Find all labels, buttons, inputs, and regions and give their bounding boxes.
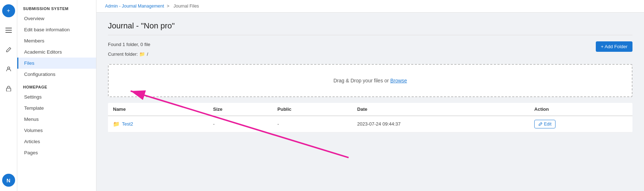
sidebar-item-files[interactable]: Files: [17, 58, 96, 69]
sidebar-item-volumes[interactable]: Volumes: [17, 125, 96, 136]
file-table: Name Size Public Date Action 📁 Test2 -: [108, 103, 632, 132]
file-count-info: Found 1 folder, 0 file: [108, 41, 632, 49]
add-folder-button[interactable]: + Add Folder: [596, 41, 632, 52]
sidebar-item-template[interactable]: Template: [17, 103, 96, 114]
folder-icon: 📁: [113, 121, 120, 127]
main-content: Admin - Journal Management > Journal Fil…: [96, 0, 644, 191]
sidebar-item-overview[interactable]: Overview: [17, 13, 96, 24]
current-folder-path: /: [147, 51, 148, 57]
row-edit-button[interactable]: Edit: [534, 120, 555, 128]
svg-rect-1: [5, 30, 12, 31]
svg-rect-4: [6, 88, 11, 91]
browse-link[interactable]: Browse: [390, 78, 407, 83]
sidebar-homepage-title: HOMEPAGE: [17, 80, 96, 91]
sidebar-item-settings[interactable]: Settings: [17, 91, 96, 103]
drop-zone-text: Drag & Drop your files or: [334, 78, 390, 83]
current-folder-icon: 📁: [139, 51, 145, 58]
sidebar-item-members[interactable]: Members: [17, 35, 96, 46]
folder-name-link[interactable]: 📁 Test2: [113, 121, 203, 127]
current-folder-label: Current folder:: [108, 51, 138, 57]
icon-rail: + N: [0, 0, 17, 191]
cell-action: Edit: [529, 116, 632, 132]
sidebar-item-edit-base[interactable]: Edit base information: [17, 24, 96, 35]
col-size: Size: [208, 103, 272, 116]
col-public: Public: [272, 103, 352, 116]
cell-public: -: [272, 116, 352, 132]
cell-name: 📁 Test2: [108, 116, 208, 132]
col-action: Action: [529, 103, 632, 116]
pencil-icon[interactable]: [2, 43, 15, 56]
sidebar-item-menus[interactable]: Menus: [17, 114, 96, 125]
svg-point-3: [8, 67, 10, 69]
sidebar-item-configurations[interactable]: Configurations: [17, 69, 96, 80]
sidebar-item-academic-editors[interactable]: Academic Editors: [17, 46, 96, 58]
user-avatar[interactable]: N: [2, 174, 15, 187]
sidebar-item-articles[interactable]: Articles: [17, 136, 96, 147]
page-body: Journal - "Non pro" Found 1 folder, 0 fi…: [96, 13, 644, 191]
breadcrumb: Admin - Journal Management > Journal Fil…: [96, 0, 644, 13]
page-title: Journal - "Non pro": [108, 21, 632, 35]
plus-icon[interactable]: +: [2, 4, 15, 17]
person-icon[interactable]: [2, 63, 15, 76]
cell-size: -: [208, 116, 272, 132]
svg-rect-2: [5, 32, 12, 33]
breadcrumb-admin[interactable]: Admin - Journal Management: [105, 4, 164, 9]
breadcrumb-separator: >: [167, 4, 171, 9]
sidebar-item-pages[interactable]: Pages: [17, 147, 96, 158]
edit-pencil-icon: [538, 122, 543, 126]
lock-icon[interactable]: [2, 82, 15, 95]
cell-date: 2023-07-24 09:44:37: [352, 116, 529, 132]
sidebar: SUBMISSION SYSTEM Overview Edit base inf…: [17, 0, 96, 191]
annotation-arrow: [96, 13, 644, 191]
drop-zone[interactable]: Drag & Drop your files or Browse: [108, 64, 632, 97]
list-icon[interactable]: [2, 24, 15, 37]
col-name: Name: [108, 103, 208, 116]
current-folder-info: Current folder: 📁 /: [108, 51, 632, 58]
folder-name-text: Test2: [122, 121, 133, 127]
sidebar-system-title: SUBMISSION SYSTEM: [17, 3, 96, 13]
col-date: Date: [352, 103, 529, 116]
svg-rect-0: [5, 28, 12, 28]
table-row: 📁 Test2 - - 2023-07-24 09:44:37 Edit: [108, 116, 632, 132]
table-header-row: Name Size Public Date Action: [108, 103, 632, 116]
breadcrumb-current: Journal Files: [173, 4, 199, 9]
